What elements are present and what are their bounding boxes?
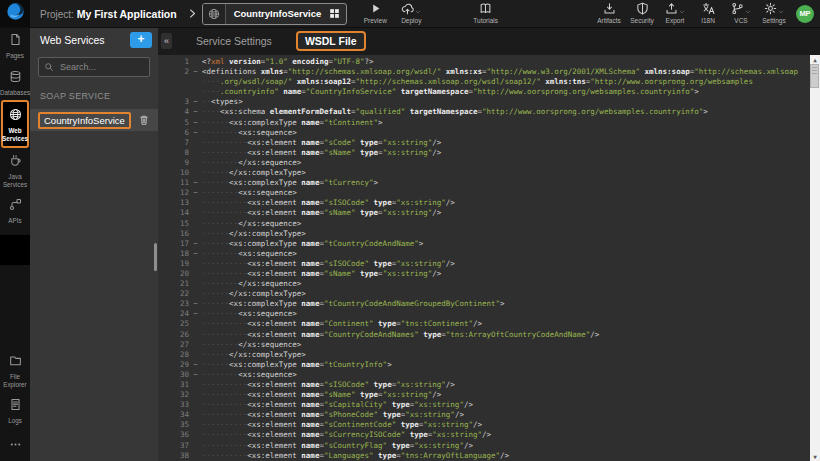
topbar-action-vcs[interactable]: VCS [729, 3, 753, 24]
gutter-cell[interactable]: 23− [158, 299, 202, 309]
gutter-cell[interactable]: 22 [158, 289, 202, 299]
gutter-cell[interactable]: 34 [158, 410, 202, 420]
chevron-right-icon [187, 8, 198, 19]
gutter-cell[interactable]: 21 [158, 279, 202, 289]
open-service-tab[interactable]: CountryInfoService [202, 3, 348, 25]
fold-marker [189, 350, 202, 360]
gutter-cell[interactable]: 28 [158, 350, 202, 360]
app-logo[interactable] [0, 0, 30, 27]
topbar-action-preview[interactable]: Preview [363, 3, 387, 24]
scrollbar-thumb[interactable] [810, 64, 819, 88]
gutter-cell[interactable]: 38 [158, 451, 202, 461]
code-text: ······<xs:complexType name="tCountryCode… [202, 299, 810, 309]
topbar-action-security[interactable]: Security [630, 3, 654, 24]
topbar-action-settings[interactable]: Settings [762, 3, 786, 24]
gutter-cell[interactable]: 29− [158, 360, 202, 370]
service-list-item[interactable]: CountryInfoService [30, 109, 158, 131]
topbar-action-i18n[interactable]: I18N [696, 3, 720, 24]
topbar-action-export[interactable]: Export [663, 3, 687, 24]
fold-marker[interactable]: − [189, 67, 202, 77]
panel-scrollbar-thumb[interactable] [154, 243, 157, 271]
rail-item-logs[interactable]: Logs [0, 392, 30, 429]
tab-service-settings[interactable]: Service Settings [186, 32, 282, 50]
rail-item-web-services[interactable]: Web Services [1, 100, 29, 148]
gutter-cell[interactable]: 9 [158, 158, 202, 168]
gutter-cell[interactable]: 27 [158, 340, 202, 350]
gutter-cell[interactable]: 2− [158, 67, 202, 77]
fold-marker[interactable]: − [189, 249, 202, 259]
gutter-cell[interactable]: 19 [158, 259, 202, 269]
tab-wsdl-file[interactable]: WSDL File [296, 31, 366, 51]
gutter-cell[interactable]: 13 [158, 198, 202, 208]
gutter-cell[interactable] [158, 77, 202, 87]
topbar-action-artifacts[interactable]: Artifacts [597, 3, 621, 24]
rail-item-java-services[interactable]: Java Services [0, 148, 30, 192]
gutter-cell[interactable]: 36 [158, 430, 202, 440]
topbar-action-tutorials[interactable]: Tutorials [473, 3, 498, 24]
gutter-cell[interactable]: 33 [158, 400, 202, 410]
gutter-cell[interactable]: 26 [158, 330, 202, 340]
rail-item-databases[interactable]: Databases [0, 64, 30, 101]
scroll-down-arrow[interactable]: ▼ [810, 452, 820, 461]
fold-marker[interactable]: − [189, 118, 202, 128]
gutter-cell[interactable]: 37 [158, 441, 202, 451]
gutter-cell[interactable]: 7 [158, 138, 202, 148]
gutter-cell[interactable] [158, 87, 202, 97]
grid-icon[interactable] [329, 8, 346, 19]
topbar-action-deploy[interactable]: Deploy [399, 3, 423, 24]
gutter-cell[interactable]: 4− [158, 107, 202, 117]
code-text: ··········<xs:element name="sCountryFlag… [202, 441, 810, 451]
wsdl-code-editor[interactable]: 1<?xml version="1.0" encoding="UTF-8"?>2… [158, 55, 820, 461]
fold-marker[interactable]: − [189, 188, 202, 198]
rail-item-pages[interactable]: Pages [0, 27, 30, 64]
avatar[interactable]: MP [796, 5, 814, 23]
search-input[interactable] [58, 61, 144, 73]
rail-item-file-explorer[interactable]: File Explorer [0, 348, 30, 392]
gutter-cell[interactable]: 31 [158, 380, 202, 390]
fold-marker[interactable]: − [189, 309, 202, 319]
service-tabbar: « Service SettingsWSDL File [158, 27, 820, 55]
code-line: 16······</xs:complexType> [158, 229, 810, 239]
gutter-cell[interactable]: 18− [158, 249, 202, 259]
gutter-cell[interactable]: 32 [158, 390, 202, 400]
rail-item-apis[interactable]: APIs [0, 192, 30, 229]
fold-marker[interactable]: − [189, 178, 202, 188]
gutter-cell[interactable]: 3− [158, 97, 202, 107]
gutter-cell[interactable]: 5− [158, 118, 202, 128]
scroll-up-arrow[interactable]: ▲ [810, 55, 820, 64]
add-service-button[interactable]: + [130, 32, 152, 48]
gutter-cell[interactable]: 15 [158, 219, 202, 229]
editor-scrollbar[interactable]: ▲ ▼ [810, 55, 820, 461]
gutter-cell[interactable]: 1 [158, 57, 202, 67]
gutter-cell[interactable]: 11− [158, 178, 202, 188]
gutter-cell[interactable]: 20 [158, 269, 202, 279]
left-rail: PagesDatabasesWeb ServicesJava ServicesA… [0, 27, 30, 461]
gutter-cell[interactable]: 12− [158, 188, 202, 198]
gutter-cell[interactable]: 35 [158, 420, 202, 430]
line-number: 27 [163, 340, 189, 350]
fold-marker[interactable]: − [189, 299, 202, 309]
gutter-cell[interactable]: 6− [158, 128, 202, 138]
code-text: ····.org/wsdl/soap/" xmlns:soap12="http:… [202, 77, 810, 87]
gutter-cell[interactable]: 25 [158, 319, 202, 329]
fold-marker[interactable]: − [189, 97, 202, 107]
fold-marker[interactable]: − [189, 107, 202, 117]
code-text: ··········<xs:element name="sName" type=… [202, 269, 810, 279]
code-text: ········</xs:sequence> [202, 340, 810, 350]
gutter-cell[interactable]: 8 [158, 148, 202, 158]
delete-service-icon[interactable] [138, 114, 150, 126]
gutter-cell[interactable]: 10 [158, 168, 202, 178]
gutter-cell[interactable]: 17− [158, 239, 202, 249]
service-search[interactable] [38, 57, 150, 77]
gutter-cell[interactable]: 30− [158, 370, 202, 380]
fold-marker[interactable]: − [189, 239, 202, 249]
fold-marker[interactable]: − [189, 128, 202, 138]
gutter-cell[interactable]: 16 [158, 229, 202, 239]
gutter-cell[interactable]: 24− [158, 309, 202, 319]
line-number: 23 [163, 299, 189, 309]
gutter-cell[interactable]: 14 [158, 208, 202, 218]
collapse-panel-button[interactable]: « [161, 33, 172, 49]
fold-marker[interactable]: − [189, 360, 202, 370]
fold-marker[interactable]: − [189, 370, 202, 380]
rail-more-button[interactable] [0, 429, 30, 461]
